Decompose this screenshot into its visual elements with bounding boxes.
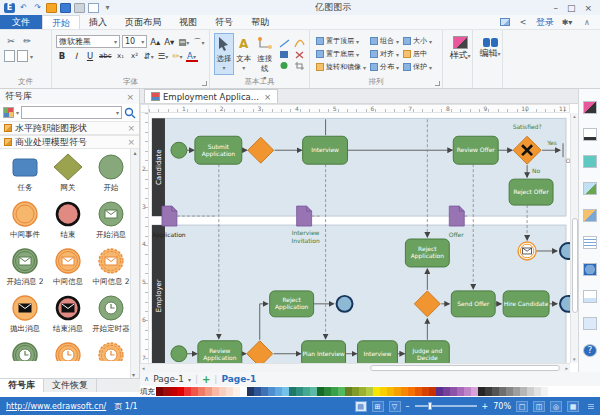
symbol-throw-message-icon[interactable]: 抛出消息	[4, 294, 46, 334]
fill-swatch[interactable]	[170, 387, 177, 396]
fill-swatch[interactable]	[198, 387, 205, 396]
fill-swatch[interactable]	[310, 387, 317, 396]
fill-swatch[interactable]	[464, 387, 471, 396]
connector-tool-button[interactable]: 连接线▾	[254, 33, 276, 75]
fill-swatch[interactable]	[534, 387, 541, 396]
underline-button[interactable]: U	[84, 50, 96, 62]
library-bar-crossfunctional[interactable]: 水平跨职能图形状 ×	[0, 121, 139, 135]
symbol-end-message-icon[interactable]: 结束消息	[47, 294, 89, 334]
page-tab-1[interactable]: Page-1	[221, 374, 256, 384]
fill-swatch[interactable]	[450, 387, 457, 396]
fill-swatch[interactable]	[485, 387, 492, 396]
fill-swatch[interactable]	[436, 387, 443, 396]
login-button[interactable]: 登录	[536, 16, 554, 29]
hyperlink-globe-icon[interactable]	[583, 263, 597, 276]
fill-swatch[interactable]	[191, 387, 198, 396]
pool[interactable]	[152, 118, 566, 216]
superscript-button[interactable]: x²	[129, 50, 141, 62]
drawing-canvas[interactable]: CandidateEmployerSubmitApplicationInterv…	[149, 113, 570, 372]
document-node[interactable]	[162, 206, 177, 226]
fill-swatch[interactable]	[317, 387, 324, 396]
rotate-mirror-button[interactable]: 旋转和镜像▾	[316, 61, 366, 73]
fill-swatch[interactable]	[261, 387, 268, 396]
fill-swatch[interactable]	[296, 387, 303, 396]
symbol-intermediate-message2-icon[interactable]: 中间信息 2	[90, 247, 132, 287]
fill-swatch[interactable]	[177, 387, 184, 396]
rectangle-tool-icon[interactable]	[279, 50, 290, 59]
normal-view-icon[interactable]: ▤	[355, 401, 367, 412]
text-arc-icon[interactable]: ⌒▾	[192, 36, 205, 48]
fill-swatch[interactable]	[408, 387, 415, 396]
symbol-end-event-icon[interactable]: 结束	[47, 200, 89, 240]
symbol-start-message-icon[interactable]: 开始消息	[90, 200, 132, 240]
start-event-node[interactable]	[171, 346, 187, 362]
fill-swatch[interactable]	[506, 387, 513, 396]
symbol-start-timer-icon[interactable]: 开始定时器	[90, 294, 132, 334]
bullet-list-icon[interactable]: ☰▾	[157, 50, 170, 62]
open-icon[interactable]	[46, 3, 57, 13]
font-color-icon[interactable]: A▾	[186, 50, 198, 62]
fill-swatch[interactable]	[156, 387, 163, 396]
strikethrough-button[interactable]: abc	[98, 50, 113, 62]
fill-swatch[interactable]	[513, 387, 520, 396]
symbol-search-input[interactable]: ▾	[21, 106, 122, 119]
print-icon[interactable]	[74, 3, 85, 13]
settings-gear-icon[interactable]: ✱▾	[560, 16, 574, 29]
add-page-button[interactable]: +	[202, 374, 210, 385]
fit-width-icon[interactable]: ◫	[533, 401, 545, 412]
fill-swatch[interactable]	[226, 387, 233, 396]
fill-swatch[interactable]	[471, 387, 478, 396]
paste-icon[interactable]	[4, 50, 15, 62]
ellipse-tool-icon[interactable]	[279, 61, 290, 70]
save-icon[interactable]	[60, 3, 71, 13]
fill-swatch[interactable]	[331, 387, 338, 396]
fill-swatch[interactable]	[541, 387, 548, 396]
line-spacing-icon[interactable]: ⇵▾	[143, 50, 155, 62]
notes-icon[interactable]	[583, 236, 597, 249]
sidebar-scrollbar[interactable]: ▴▾	[130, 149, 139, 378]
tab-file[interactable]: 文件	[0, 15, 42, 29]
tab-page-layout[interactable]: 页面布局	[116, 15, 170, 29]
end-event-node[interactable]	[560, 243, 570, 259]
document-node[interactable]	[297, 206, 312, 226]
increase-font-icon[interactable]: A▴	[149, 36, 161, 48]
symbol-timer4-icon[interactable]	[90, 341, 132, 361]
resize-grip[interactable]	[588, 404, 594, 409]
horizontal-scrollbar[interactable]: ◂▸	[140, 363, 570, 372]
fill-swatch[interactable]	[380, 387, 387, 396]
undo-icon[interactable]: ↶	[18, 3, 29, 13]
format-painter-icon[interactable]: ✏	[20, 35, 34, 48]
library-bar-bpmn[interactable]: 商业处理模型符号 ×	[0, 135, 139, 149]
protect-button[interactable]: 保护▾	[403, 61, 432, 73]
symbol-timer2-icon[interactable]	[4, 341, 46, 361]
reading-view-icon[interactable]: ▽	[389, 401, 401, 412]
cut-icon[interactable]: ✂	[4, 35, 18, 48]
fill-swatch[interactable]	[205, 387, 212, 396]
fill-swatch[interactable]	[219, 387, 226, 396]
close-panel-icon[interactable]: ×	[126, 92, 134, 102]
fill-swatch[interactable]	[254, 387, 261, 396]
zoom-area-icon[interactable]: ◎	[550, 401, 562, 412]
zoom-level[interactable]: 70%	[493, 402, 511, 411]
close-button[interactable]: ×	[584, 3, 592, 13]
share-icon[interactable]: <	[516, 16, 530, 29]
document-tab[interactable]: Employment Applica... ×	[144, 89, 278, 103]
copy-icon[interactable]	[17, 50, 28, 62]
fill-swatch[interactable]	[499, 387, 506, 396]
align-icon[interactable]: ▤▾	[177, 36, 190, 48]
subscript-button[interactable]: x₁	[115, 50, 127, 62]
align-button[interactable]: 对齐▾	[370, 48, 399, 60]
minimize-button[interactable]: –	[553, 3, 558, 13]
page-view-icon[interactable]: ⊞	[372, 401, 384, 412]
fill-swatch[interactable]	[352, 387, 359, 396]
close-library-icon[interactable]: ×	[127, 123, 135, 133]
close-library-icon[interactable]: ×	[127, 137, 135, 147]
fill-swatch[interactable]	[303, 387, 310, 396]
fill-swatch[interactable]	[520, 387, 527, 396]
fill-swatch[interactable]	[422, 387, 429, 396]
symbol-task-shape-icon[interactable]: 任务	[4, 153, 46, 193]
fill-swatch[interactable]	[429, 387, 436, 396]
panel-tab-symbol-library[interactable]: 符号库	[0, 379, 44, 392]
zoom-out-button[interactable]: –	[406, 402, 410, 411]
page-background-icon[interactable]	[583, 209, 597, 222]
